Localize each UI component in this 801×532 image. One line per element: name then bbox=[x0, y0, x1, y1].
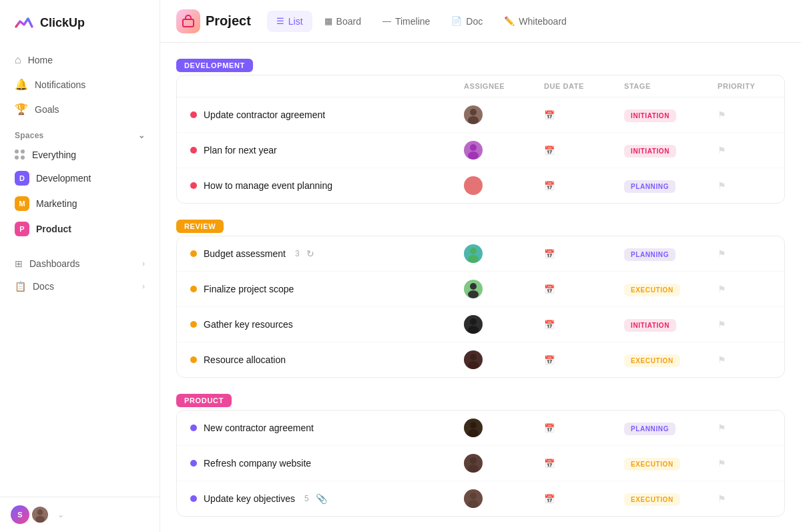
task-assignee bbox=[464, 280, 544, 298]
docs-label: Docs bbox=[33, 281, 54, 292]
task-priority: ⚑ bbox=[718, 354, 771, 366]
task-name: Gather key resources bbox=[190, 319, 464, 330]
marketing-badge: M bbox=[15, 196, 29, 211]
svg-point-4 bbox=[468, 116, 479, 124]
flag-icon: ⚑ bbox=[718, 423, 726, 433]
task-name: New contractor agreement bbox=[190, 423, 464, 433]
task-row[interactable]: Resource allocation 📅 EXECUTION ⚑ bbox=[177, 342, 784, 377]
sidebar-item-docs[interactable]: 📋 Docs › bbox=[8, 275, 152, 298]
sidebar-item-dashboards[interactable]: ⊞ Dashboards › bbox=[8, 252, 152, 275]
task-label: Finalize project scope bbox=[204, 284, 294, 294]
assignee-avatar bbox=[464, 454, 483, 473]
task-row[interactable]: New contractor agreement 📅 PLANNING ⚑ bbox=[177, 411, 784, 446]
sidebar-item-home-label: Home bbox=[28, 55, 53, 65]
task-row[interactable]: Refresh company website 📅 EXECUTION ⚑ bbox=[177, 446, 784, 481]
sidebar-item-home[interactable]: ⌂ Home bbox=[8, 48, 152, 72]
sidebar-item-product[interactable]: P Product bbox=[8, 216, 152, 242]
task-date: 📅 bbox=[544, 249, 624, 259]
task-stage: EXECUTION bbox=[624, 283, 718, 295]
task-label: Update key objectives bbox=[204, 493, 295, 504]
project-icon bbox=[176, 9, 200, 33]
task-priority: ⚑ bbox=[718, 144, 771, 156]
assignee-avatar bbox=[464, 176, 483, 195]
svg-point-9 bbox=[470, 248, 477, 254]
task-label: Update contractor agreement bbox=[204, 109, 325, 120]
calendar-icon: 📅 bbox=[544, 459, 555, 469]
task-row[interactable]: How to manage event planning 📅 PLANNING … bbox=[177, 168, 784, 203]
development-label: Development bbox=[36, 173, 91, 184]
sidebar-item-everything[interactable]: Everything bbox=[8, 144, 152, 166]
flag-icon: ⚑ bbox=[718, 458, 726, 469]
task-row[interactable]: Plan for next year 📅 INITIATION ⚑ bbox=[177, 133, 784, 168]
review-task-list: Budget assessment 3 ↻ 📅 PLANNING ⚑ bbox=[176, 236, 785, 378]
sidebar-item-marketing[interactable]: M Marketing bbox=[8, 191, 152, 216]
task-date: 📅 bbox=[544, 355, 624, 365]
task-date: 📅 bbox=[544, 146, 624, 156]
task-assignee bbox=[464, 454, 544, 473]
task-attachment-count: 5 bbox=[304, 494, 309, 503]
spaces-section-label[interactable]: Spaces ⌄ bbox=[8, 121, 152, 144]
tab-list[interactable]: ☰ List bbox=[267, 11, 312, 32]
sidebar-item-goals[interactable]: 🏆 Goals bbox=[8, 97, 152, 121]
task-priority: ⚑ bbox=[718, 493, 771, 505]
calendar-icon: 📅 bbox=[544, 320, 555, 330]
stage-badge: PLANNING bbox=[624, 423, 676, 435]
review-group-header: REVIEW bbox=[176, 220, 785, 233]
task-content: DEVELOPMENT ASSIGNEE DUE DATE STAGE PRIO… bbox=[160, 43, 801, 532]
svg-point-20 bbox=[468, 465, 479, 473]
spaces-label-text: Spaces bbox=[15, 131, 43, 140]
stage-badge: EXECUTION bbox=[624, 354, 680, 367]
table-header-dev: ASSIGNEE DUE DATE STAGE PRIORITY bbox=[177, 75, 784, 97]
task-priority: ⚑ bbox=[718, 180, 771, 192]
logo[interactable]: ClickUp bbox=[0, 0, 160, 45]
user-footer[interactable]: S ⌄ bbox=[0, 497, 160, 532]
task-status-dot bbox=[190, 425, 197, 431]
task-assignee bbox=[464, 176, 544, 195]
tab-timeline[interactable]: — Timeline bbox=[373, 11, 439, 32]
tab-whiteboard[interactable]: ✏️ Whiteboard bbox=[495, 11, 576, 32]
header-name bbox=[190, 82, 464, 90]
task-date: 📅 bbox=[544, 181, 624, 191]
sidebar: ClickUp ⌂ Home 🔔 Notifications 🏆 Goals S… bbox=[0, 0, 160, 532]
task-badge-count: 3 bbox=[295, 249, 300, 258]
sidebar-item-notifications-label: Notifications bbox=[35, 79, 85, 90]
secondary-avatar bbox=[31, 505, 49, 524]
tab-board[interactable]: ▦ Board bbox=[315, 11, 370, 32]
logo-text: ClickUp bbox=[40, 16, 85, 30]
stage-badge: EXECUTION bbox=[624, 284, 680, 296]
docs-icon: 📋 bbox=[15, 281, 26, 292]
task-row[interactable]: Update contractor agreement 📅 INITIATION… bbox=[177, 97, 784, 133]
header-due-date: DUE DATE bbox=[544, 82, 624, 90]
task-status-dot bbox=[190, 356, 197, 363]
tab-doc[interactable]: 📄 Doc bbox=[442, 11, 492, 32]
sidebar-item-goals-label: Goals bbox=[35, 104, 59, 115]
product-badge: P bbox=[15, 222, 29, 236]
svg-point-15 bbox=[470, 354, 477, 360]
svg-point-3 bbox=[470, 109, 477, 115]
svg-point-1 bbox=[35, 516, 45, 523]
sidebar-item-development[interactable]: D Development bbox=[8, 166, 152, 191]
marketing-label: Marketing bbox=[36, 198, 77, 209]
stage-badge: PLANNING bbox=[624, 248, 676, 261]
task-row[interactable]: Budget assessment 3 ↻ 📅 PLANNING ⚑ bbox=[177, 236, 784, 272]
flag-icon: ⚑ bbox=[718, 493, 726, 504]
flag-icon: ⚑ bbox=[718, 248, 726, 259]
stage-badge: EXECUTION bbox=[624, 493, 680, 506]
task-label: Refresh company website bbox=[204, 458, 311, 469]
task-row[interactable]: Gather key resources 📅 INITIATION ⚑ bbox=[177, 307, 784, 342]
task-label: How to manage event planning bbox=[204, 180, 332, 191]
svg-point-0 bbox=[37, 509, 43, 515]
svg-point-12 bbox=[468, 290, 479, 298]
flag-icon: ⚑ bbox=[718, 145, 726, 156]
product-label: Product bbox=[36, 224, 71, 234]
task-label: Gather key resources bbox=[204, 319, 293, 330]
sidebar-item-notifications[interactable]: 🔔 Notifications bbox=[8, 72, 152, 97]
tab-board-label: Board bbox=[336, 16, 361, 27]
task-row[interactable]: Finalize project scope 📅 EXECUTION ⚑ bbox=[177, 272, 784, 307]
task-label: Resource allocation bbox=[204, 354, 286, 365]
development-group-header: DEVELOPMENT bbox=[176, 59, 785, 72]
sidebar-navigation: ⌂ Home 🔔 Notifications 🏆 Goals Spaces ⌄ … bbox=[0, 45, 160, 497]
task-row[interactable]: Update key objectives 5 📎 📅 EXECUTION ⚑ bbox=[177, 481, 784, 516]
task-stage: EXECUTION bbox=[624, 354, 718, 366]
task-date: 📅 bbox=[544, 320, 624, 330]
